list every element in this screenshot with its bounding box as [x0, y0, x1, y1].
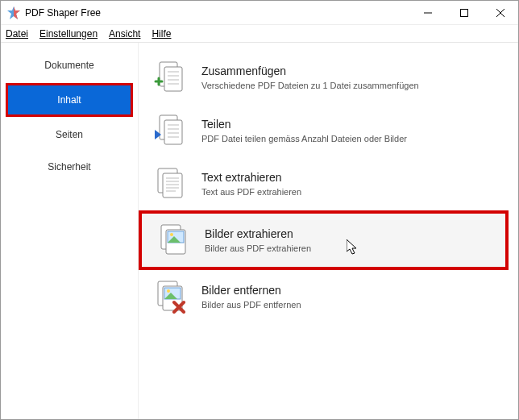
action-desc: Bilder aus PDF entfernen	[201, 300, 500, 310]
svg-rect-20	[163, 173, 182, 198]
titlebar: PDF Shaper Free	[1, 1, 518, 25]
svg-rect-5	[164, 67, 182, 91]
menu-datei[interactable]: Datei	[6, 28, 28, 40]
svg-rect-1	[460, 9, 467, 16]
action-text: Bilder entfernen Bilder aus PDF entferne…	[201, 284, 500, 310]
action-text: Teilen PDF Datei teilen gemäss Anzahl Da…	[201, 118, 500, 143]
action-desc: Bilder aus PDF extrahieren	[205, 243, 497, 253]
action-desc: Text aus PDF extrahieren	[201, 187, 500, 197]
svg-point-29	[170, 233, 173, 236]
svg-point-35	[167, 289, 170, 293]
annotation-sidebar-highlight: Inhalt	[6, 83, 133, 117]
text-extract-icon	[153, 167, 187, 201]
content-pane: Zusammenfügen Verschiedene PDF Dateien z…	[138, 43, 518, 419]
sidebar-item-dokumente[interactable]: Dokumente	[6, 51, 133, 80]
sidebar-item-sicherheit[interactable]: Sicherheit	[6, 152, 133, 181]
menu-einstellungen[interactable]: Einstellungen	[39, 28, 98, 40]
split-icon	[153, 114, 187, 148]
menubar: Datei Einstellungen Ansicht Hilfe	[1, 25, 518, 43]
action-text: Zusammenfügen Verschiedene PDF Dateien z…	[201, 64, 500, 90]
svg-rect-13	[164, 120, 182, 144]
action-text: Bilder extrahieren Bilder aus PDF extrah…	[205, 227, 497, 253]
minimize-button[interactable]	[409, 1, 446, 24]
action-text: Text extrahieren Text aus PDF extrahiere…	[201, 171, 500, 197]
menu-ansicht[interactable]: Ansicht	[109, 28, 140, 40]
action-extract-images[interactable]: Bilder extrahieren Bilder aus PDF extrah…	[139, 210, 509, 270]
maximize-button[interactable]	[446, 1, 482, 24]
image-extract-icon	[156, 223, 190, 257]
close-button[interactable]	[482, 1, 518, 24]
menu-hilfe[interactable]: Hilfe	[152, 28, 171, 40]
sidebar-item-inhalt[interactable]: Inhalt	[8, 85, 131, 114]
app-window: PDF Shaper Free Datei Einstellungen Ansi…	[0, 0, 519, 420]
action-extract-text[interactable]: Text extrahieren Text aus PDF extrahiere…	[139, 157, 509, 210]
action-title: Zusammenfügen	[201, 64, 500, 77]
image-remove-icon	[153, 280, 187, 314]
body: Dokumente Inhalt Seiten Sicherheit	[1, 43, 518, 419]
merge-icon	[153, 60, 187, 94]
sidebar: Dokumente Inhalt Seiten Sicherheit	[1, 43, 138, 419]
action-title: Bilder entfernen	[201, 284, 500, 297]
sidebar-item-seiten[interactable]: Seiten	[6, 120, 133, 149]
action-title: Bilder extrahieren	[205, 227, 497, 240]
action-split[interactable]: Teilen PDF Datei teilen gemäss Anzahl Da…	[139, 104, 509, 157]
action-merge[interactable]: Zusammenfügen Verschiedene PDF Dateien z…	[139, 51, 509, 104]
window-title: PDF Shaper Free	[25, 7, 101, 19]
action-title: Teilen	[201, 118, 500, 131]
app-icon	[7, 6, 20, 19]
action-title: Text extrahieren	[201, 171, 500, 184]
action-desc: Verschiedene PDF Dateien zu 1 Datei zusa…	[201, 81, 500, 90]
action-desc: PDF Datei teilen gemäss Anzahl Dateien o…	[201, 134, 500, 143]
action-remove-images[interactable]: Bilder entfernen Bilder aus PDF entferne…	[139, 270, 509, 323]
